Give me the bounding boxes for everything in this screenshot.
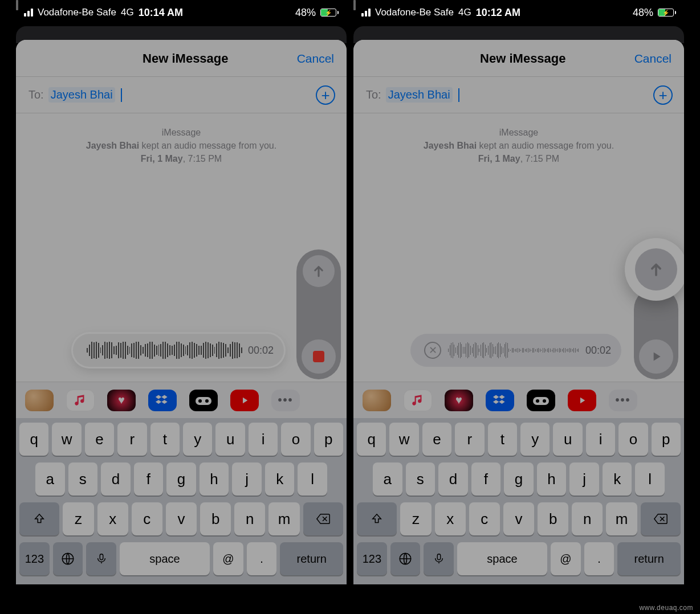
add-contact-button[interactable]: +: [316, 85, 335, 105]
space-key[interactable]: space: [457, 542, 547, 575]
globe-key[interactable]: [53, 542, 83, 575]
more-apps-button[interactable]: •••: [609, 390, 637, 411]
key-h[interactable]: h: [537, 462, 567, 496]
add-contact-button[interactable]: +: [653, 85, 673, 105]
key-y[interactable]: y: [520, 423, 550, 456]
key-u[interactable]: u: [553, 423, 582, 456]
more-apps-button[interactable]: •••: [271, 390, 300, 411]
key-s[interactable]: s: [406, 462, 436, 496]
key-r[interactable]: r: [117, 423, 146, 456]
key-i[interactable]: i: [249, 423, 278, 456]
cancel-button[interactable]: Cancel: [634, 52, 671, 66]
numbers-key[interactable]: 123: [19, 542, 50, 575]
at-key[interactable]: @: [213, 542, 243, 575]
key-x[interactable]: x: [97, 502, 128, 535]
gamecenter-app-icon[interactable]: [189, 390, 218, 411]
key-n[interactable]: n: [572, 502, 603, 535]
key-j[interactable]: j: [232, 462, 262, 496]
shift-key[interactable]: [357, 502, 397, 535]
key-g[interactable]: g: [166, 462, 196, 496]
dropbox-app-icon[interactable]: [486, 390, 514, 411]
key-o[interactable]: o: [281, 423, 310, 456]
key-h[interactable]: h: [200, 462, 229, 496]
key-g[interactable]: g: [504, 462, 534, 496]
key-d[interactable]: d: [438, 462, 468, 496]
key-y[interactable]: y: [183, 423, 212, 456]
key-z[interactable]: z: [400, 502, 431, 535]
key-z[interactable]: z: [63, 502, 93, 535]
space-key[interactable]: space: [120, 542, 210, 575]
key-q[interactable]: q: [357, 423, 386, 456]
send-bubble-button[interactable]: [303, 255, 335, 287]
photos-app-icon[interactable]: ♥: [445, 390, 473, 411]
key-p[interactable]: p: [314, 423, 343, 456]
audio-pill[interactable]: ✕ 00:02: [410, 334, 621, 367]
key-i[interactable]: i: [586, 423, 615, 456]
key-r[interactable]: r: [455, 423, 484, 456]
key-k[interactable]: k: [603, 462, 632, 496]
key-s[interactable]: s: [68, 462, 98, 496]
key-b[interactable]: b: [538, 502, 568, 535]
key-n[interactable]: n: [234, 502, 265, 535]
youtube-app-icon[interactable]: [568, 390, 596, 411]
key-m[interactable]: m: [606, 502, 637, 535]
send-bubble-button[interactable]: [635, 248, 677, 290]
key-c[interactable]: c: [469, 502, 500, 535]
photos-app-icon[interactable]: ♥: [107, 390, 136, 411]
return-key[interactable]: return: [617, 542, 681, 575]
delete-key[interactable]: [641, 502, 681, 535]
key-t[interactable]: t: [150, 423, 180, 456]
key-v[interactable]: v: [166, 502, 197, 535]
to-field[interactable]: To: Jayesh Bhai +: [353, 76, 684, 113]
memoji-app-icon[interactable]: [363, 390, 391, 411]
key-v[interactable]: v: [503, 502, 534, 535]
play-button[interactable]: [639, 339, 673, 374]
memoji-app-icon[interactable]: [25, 390, 54, 411]
recipient-chip[interactable]: Jayesh Bhai: [386, 87, 453, 103]
youtube-app-icon[interactable]: [230, 390, 259, 411]
key-f[interactable]: f: [471, 462, 501, 496]
gamecenter-app-icon[interactable]: [527, 390, 555, 411]
return-key[interactable]: return: [280, 542, 343, 575]
key-t[interactable]: t: [488, 423, 517, 456]
key-p[interactable]: p: [652, 423, 681, 456]
key-m[interactable]: m: [268, 502, 299, 535]
dot-key[interactable]: .: [247, 542, 277, 575]
key-d[interactable]: d: [101, 462, 131, 496]
dictation-key[interactable]: [86, 542, 116, 575]
key-q[interactable]: q: [19, 423, 48, 456]
key-a[interactable]: a: [373, 462, 402, 496]
shift-key[interactable]: [19, 502, 59, 535]
discard-audio-button[interactable]: ✕: [424, 342, 441, 359]
key-x[interactable]: x: [435, 502, 466, 535]
key-e[interactable]: e: [85, 423, 114, 456]
key-e[interactable]: e: [422, 423, 451, 456]
at-key[interactable]: @: [551, 542, 581, 575]
dropbox-app-icon[interactable]: [148, 390, 177, 411]
dot-key[interactable]: .: [584, 542, 614, 575]
key-f[interactable]: f: [134, 462, 164, 496]
numbers-key[interactable]: 123: [357, 542, 387, 575]
dictation-key[interactable]: [424, 542, 454, 575]
stop-record-button[interactable]: [302, 339, 336, 374]
key-k[interactable]: k: [265, 462, 295, 496]
key-o[interactable]: o: [618, 423, 648, 456]
key-l[interactable]: l: [635, 462, 665, 496]
key-u[interactable]: u: [215, 423, 245, 456]
key-w[interactable]: w: [389, 423, 418, 456]
recipient-chip[interactable]: Jayesh Bhai: [48, 87, 115, 103]
key-l[interactable]: l: [298, 462, 327, 496]
globe-key[interactable]: [390, 542, 421, 575]
key-a[interactable]: a: [35, 462, 65, 496]
key-b[interactable]: b: [200, 502, 231, 535]
delete-key[interactable]: [303, 502, 343, 535]
music-app-icon[interactable]: [66, 390, 95, 411]
key-c[interactable]: c: [132, 502, 162, 535]
key-j[interactable]: j: [569, 462, 599, 496]
key-w[interactable]: w: [52, 423, 81, 456]
cancel-button[interactable]: Cancel: [297, 52, 334, 66]
to-field[interactable]: To: Jayesh Bhai +: [16, 76, 347, 113]
audio-control[interactable]: [634, 287, 678, 379]
record-control[interactable]: [296, 249, 341, 379]
music-app-icon[interactable]: [404, 390, 432, 411]
